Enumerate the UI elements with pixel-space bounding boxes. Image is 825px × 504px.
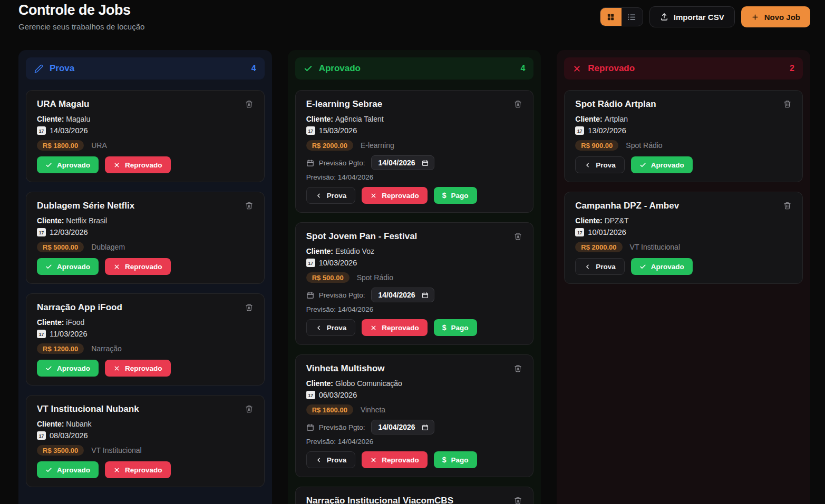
aprovado-button[interactable]: Aprovado bbox=[37, 258, 99, 275]
delete-job-button[interactable] bbox=[513, 231, 522, 243]
delete-job-button[interactable] bbox=[245, 404, 254, 416]
page-title: Controle de Jobs bbox=[18, 2, 144, 18]
aprovado-button[interactable]: Aprovado bbox=[37, 360, 99, 377]
card-actions: ProvaReprovado$Pago bbox=[306, 187, 523, 204]
badge-line: R$ 1600.00Vinheta bbox=[306, 404, 523, 416]
button-label: Pago bbox=[451, 192, 469, 200]
reprovado-button[interactable]: Reprovado bbox=[105, 156, 171, 173]
delete-job-button[interactable] bbox=[783, 99, 792, 111]
list-view-button[interactable] bbox=[622, 8, 643, 26]
badge-line: R$ 2000.00VT Institucional bbox=[575, 241, 792, 253]
delete-job-button[interactable] bbox=[513, 363, 522, 375]
card-actions: AprovadoReprovado bbox=[37, 461, 254, 478]
trash-icon bbox=[514, 364, 522, 373]
job-card: Spot Rádio ArtplanCliente:Artplan1713/02… bbox=[564, 90, 803, 182]
card-actions: ProvaReprovado$Pago bbox=[306, 451, 523, 468]
reprovado-button[interactable]: Reprovado bbox=[105, 461, 171, 478]
job-date-line: 1712/03/2026 bbox=[37, 228, 254, 237]
reprovado-button[interactable]: Reprovado bbox=[105, 258, 171, 275]
chevron-left-icon bbox=[315, 324, 322, 331]
forecast-line: Previsão: 14/04/2026 bbox=[306, 305, 523, 314]
reprovado-button[interactable]: Reprovado bbox=[362, 451, 428, 468]
job-date-line: 1710/03/2026 bbox=[306, 258, 523, 268]
trash-icon bbox=[783, 100, 791, 108]
badge-line: R$ 900.00Spot Rádio bbox=[575, 140, 792, 151]
delete-job-button[interactable] bbox=[245, 201, 254, 212]
job-card: Narração App iFoodCliente:iFood1711/03/2… bbox=[26, 293, 265, 386]
forecast-line: Previsão: 14/04/2026 bbox=[306, 173, 523, 182]
job-title: URA Magalu bbox=[37, 99, 90, 109]
aprovado-button[interactable]: Aprovado bbox=[37, 461, 99, 478]
payment-row: Previsão Pgto:14/04/2026 bbox=[306, 288, 523, 302]
badge-line: R$ 1800.00URA bbox=[37, 140, 254, 151]
new-job-button[interactable]: Novo Job bbox=[741, 6, 810, 27]
client-value: Netflix Brasil bbox=[66, 216, 107, 225]
prova-button[interactable]: Prova bbox=[575, 258, 625, 275]
delete-job-button[interactable] bbox=[513, 99, 522, 111]
trash-icon bbox=[245, 201, 253, 210]
job-title: Narração Institucional ViacomCBS bbox=[306, 496, 453, 504]
calendar-icon bbox=[306, 159, 314, 167]
topbar: Controle de Jobs Gerencie seus trabalhos… bbox=[0, 0, 825, 31]
job-date: 12/03/2026 bbox=[50, 228, 88, 237]
payment-row: Previsão Pgto:14/04/2026 bbox=[306, 420, 523, 434]
client-label: Cliente: bbox=[306, 379, 333, 388]
trash-icon bbox=[783, 201, 791, 210]
payment-date-input[interactable]: 14/04/2026 bbox=[371, 288, 434, 302]
card-actions: AprovadoReprovado bbox=[37, 360, 254, 377]
job-date: 10/01/2026 bbox=[588, 228, 626, 237]
client-label: Cliente: bbox=[37, 420, 64, 428]
card-title-row: Spot Rádio Artplan bbox=[575, 99, 792, 111]
app-window: Controle de Jobs Gerencie seus trabalhos… bbox=[0, 0, 825, 504]
client-value: Nubank bbox=[66, 420, 91, 428]
aprovado-button[interactable]: Aprovado bbox=[37, 156, 99, 173]
chevron-left-icon bbox=[315, 457, 322, 463]
category-label: E-learning bbox=[361, 141, 394, 150]
job-card: Campanha DPZ - AmbevCliente:DPZ&T1710/01… bbox=[564, 192, 803, 284]
pago-button[interactable]: $Pago bbox=[434, 319, 477, 336]
column-prova: Prova4URA MagaluCliente:Magalu1714/03/20… bbox=[18, 50, 272, 504]
button-label: Pago bbox=[451, 324, 469, 332]
import-csv-button[interactable]: Importar CSV bbox=[649, 6, 735, 27]
pago-button[interactable]: $Pago bbox=[434, 451, 477, 468]
calendar-picker-icon bbox=[422, 424, 429, 431]
payment-label: Previsão Pgto: bbox=[319, 423, 365, 431]
prova-button[interactable]: Prova bbox=[306, 451, 356, 468]
category-label: Narração bbox=[91, 344, 122, 353]
delete-job-button[interactable] bbox=[783, 201, 792, 212]
x-icon bbox=[370, 192, 377, 199]
grid-view-button[interactable] bbox=[600, 8, 622, 26]
payment-date-input[interactable]: 14/04/2026 bbox=[371, 155, 434, 170]
client-line: Cliente:Artplan bbox=[575, 115, 792, 124]
x-icon bbox=[113, 263, 120, 270]
client-value: Agência Talent bbox=[335, 115, 384, 123]
delete-job-button[interactable] bbox=[513, 496, 522, 504]
client-line: Cliente:DPZ&T bbox=[575, 216, 792, 225]
payment-date-input[interactable]: 14/04/2026 bbox=[371, 420, 434, 434]
badge-line: R$ 3500.00VT Institucional bbox=[37, 444, 254, 456]
grid-icon bbox=[606, 13, 615, 22]
reprovado-button[interactable]: Reprovado bbox=[105, 360, 171, 377]
calendar-emoji-icon: 17 bbox=[37, 126, 46, 135]
prova-button[interactable]: Prova bbox=[306, 187, 356, 204]
button-label: Prova bbox=[327, 324, 347, 332]
reprovado-button[interactable]: Reprovado bbox=[362, 187, 428, 204]
badge-line: R$ 500.00Spot Rádio bbox=[306, 272, 523, 283]
prova-button[interactable]: Prova bbox=[575, 156, 625, 173]
aprovado-button[interactable]: Aprovado bbox=[631, 258, 693, 275]
card-title-row: Vinheta Multishow bbox=[306, 363, 523, 375]
check-icon bbox=[45, 467, 52, 473]
button-label: Prova bbox=[327, 192, 347, 200]
prova-button[interactable]: Prova bbox=[306, 319, 356, 336]
delete-job-button[interactable] bbox=[245, 99, 254, 111]
button-label: Reprovado bbox=[382, 192, 419, 200]
reprovado-button[interactable]: Reprovado bbox=[362, 319, 428, 336]
card-title-row: URA Magalu bbox=[37, 99, 254, 111]
client-value: Estúdio Voz bbox=[335, 247, 374, 255]
aprovado-button[interactable]: Aprovado bbox=[631, 156, 693, 173]
pago-button[interactable]: $Pago bbox=[434, 187, 477, 204]
page-subtitle: Gerencie seus trabalhos de locução bbox=[18, 22, 144, 31]
trash-icon bbox=[514, 496, 522, 504]
delete-job-button[interactable] bbox=[245, 302, 254, 314]
client-value: iFood bbox=[66, 318, 84, 327]
